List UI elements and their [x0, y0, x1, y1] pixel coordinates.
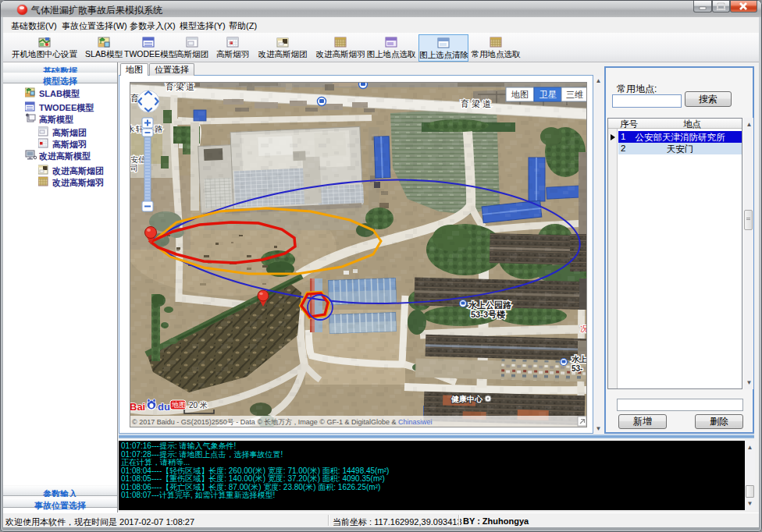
svg-text:健康中心: 健康中心: [450, 395, 483, 403]
svg-text:53-: 53-: [572, 364, 582, 373]
svg-text:安信: 安信: [130, 155, 146, 164]
svg-text:司: 司: [130, 164, 138, 172]
svg-text:53-3号楼: 53-3号楼: [471, 310, 506, 319]
svg-text:卫星: 卫星: [539, 90, 557, 99]
svg-text:三维: 三维: [566, 90, 583, 99]
svg-text:du: du: [158, 401, 170, 413]
svg-text:地图: 地图: [511, 90, 529, 99]
svg-text:况: 况: [580, 325, 587, 333]
svg-text:地图: 地图: [171, 401, 186, 409]
svg-text:育梁道: 育梁道: [166, 82, 196, 91]
svg-text:育梁道: 育梁道: [461, 99, 493, 108]
svg-text:水上: 水上: [571, 355, 587, 364]
svg-text:水上公园路: 水上公园路: [468, 300, 511, 310]
svg-text:Bai: Bai: [130, 401, 145, 413]
svg-text:© 2017 Baidu - GS(2015)2550号 -: © 2017 Baidu - GS(2015)2550号 - Data © 长地…: [132, 418, 433, 426]
svg-text:20 米: 20 米: [189, 401, 208, 410]
